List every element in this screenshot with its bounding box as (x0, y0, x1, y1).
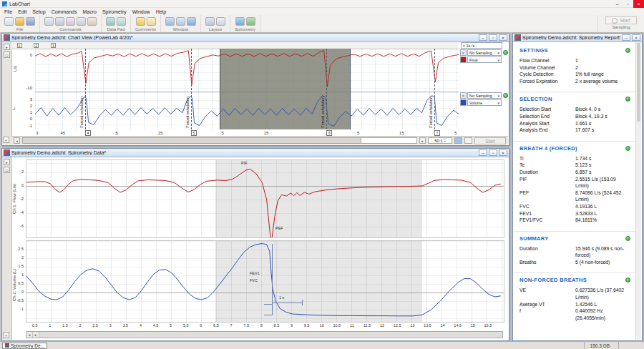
scroll-left-icon[interactable]: ◂ (26, 332, 33, 338)
horizontal-scrollbar[interactable] (22, 137, 417, 144)
axis-tick-label: 5 (170, 323, 172, 328)
channel-status-icon[interactable] (503, 93, 508, 98)
document-icon (4, 149, 10, 156)
menu-edit[interactable]: Edit (15, 9, 29, 14)
spirometry-flow-icon[interactable] (235, 17, 245, 26)
spirometry-report-icon[interactable] (246, 17, 255, 26)
open-file-icon[interactable] (15, 17, 24, 26)
block-marker[interactable]: 7 (434, 130, 440, 136)
scrollbar-thumb[interactable] (23, 138, 361, 143)
comment-marker[interactable]: 1 (17, 43, 22, 48)
zoom-out-icon[interactable] (464, 137, 472, 144)
close-icon[interactable]: × (499, 149, 507, 156)
report-row-value: 5.123 s (575, 162, 630, 169)
channel-name-dropdown[interactable]: Volume▾ (467, 99, 502, 106)
datapad-icon[interactable] (106, 17, 115, 26)
add-panel-icon[interactable]: + (3, 332, 9, 338)
add-comment-icon[interactable] (136, 17, 145, 26)
volume-data-panel[interactable]: FEV1 FVC 1 s (26, 240, 504, 323)
chart-start-button[interactable]: Start (474, 137, 506, 144)
sampling-dropdown[interactable]: No Sampling▾ (467, 92, 502, 99)
block-marker[interactable]: 6 (326, 130, 332, 136)
comment-marker[interactable]: 3 (51, 43, 56, 48)
title-bar[interactable]: LabChart – ▫ × (0, 0, 644, 8)
axis-tick-label: 1.5 (62, 323, 68, 328)
axis-tick-label: 0.5 (18, 281, 24, 285)
layout-icon[interactable] (205, 17, 215, 26)
section-status-icon[interactable] (625, 277, 630, 282)
marker-icon[interactable] (87, 17, 97, 26)
menu-file[interactable]: File (1, 9, 15, 14)
add-to-datapad-icon[interactable] (44, 17, 54, 26)
section-status-icon[interactable] (625, 97, 630, 102)
horizontal-scrollbar[interactable]: ◂ ▸ (26, 331, 503, 338)
flow-data-panel[interactable]: PIF PEF (26, 159, 504, 238)
section-status-icon[interactable] (625, 236, 630, 241)
channel-menu-icon[interactable]: ≡ (460, 49, 467, 56)
scroll-left-icon[interactable]: ◂ (14, 137, 20, 144)
menu-help[interactable]: Help (153, 9, 169, 14)
scrollbar-thumb[interactable] (637, 43, 640, 122)
report-section-heading: SETTINGS (519, 47, 548, 54)
datapad-view-icon[interactable] (117, 17, 126, 26)
comments-window-icon[interactable] (147, 17, 156, 26)
report-title-bar[interactable]: Spirometry Demo.adicht: Spirometry Repor… (513, 34, 642, 42)
minimize-button[interactable]: – (622, 34, 630, 41)
minimize-button[interactable]: – (479, 34, 487, 41)
sample-rate-dropdown[interactable]: ▾ 1k /s (461, 42, 502, 49)
chart-view-plot-area[interactable]: Forced exhalationForced exhalationForced… (35, 49, 459, 129)
scroll-right-icon[interactable]: ▸ (419, 137, 426, 144)
report-row-label: Selection Start (519, 106, 575, 113)
find-icon[interactable] (55, 17, 64, 26)
macro-icon[interactable] (66, 17, 75, 26)
zoom-in-icon[interactable] (454, 137, 462, 144)
new-window-icon[interactable] (187, 17, 196, 26)
sampling-dropdown[interactable]: No Sampling▾ (467, 49, 502, 56)
settings-icon[interactable] (77, 17, 86, 26)
minimize-button[interactable]: – (479, 149, 487, 156)
tile-windows-icon[interactable] (165, 17, 175, 26)
data-window-title-bar[interactable]: Spirometry Demo.adicht: Spirometry Data*… (2, 149, 509, 157)
chart-view-title-bar[interactable]: Spirometry Demo.adicht: Chart View (Powe… (2, 34, 509, 42)
save-file-icon[interactable] (26, 17, 35, 26)
block-marker[interactable]: 5 (191, 130, 197, 136)
document-icon (514, 34, 521, 41)
spin-down-icon[interactable]: ▾ (444, 141, 446, 144)
maximize-button[interactable]: ▫ (489, 34, 497, 41)
sampling-start-button[interactable]: Start (605, 16, 637, 24)
channel-status-icon[interactable] (503, 50, 508, 55)
maximize-button[interactable]: ▫ (489, 149, 497, 156)
zoom-tool-icon[interactable]: ▭ (4, 167, 10, 173)
vertical-scrollbar[interactable] (635, 42, 641, 340)
new-file-icon[interactable] (4, 17, 14, 26)
scrollbar-thumb[interactable] (39, 332, 502, 338)
menu-setup[interactable]: Setup (29, 9, 48, 14)
section-status-icon[interactable] (625, 48, 630, 53)
section-status-icon[interactable] (625, 146, 630, 151)
close-icon[interactable]: × (499, 34, 507, 41)
add-channel-icon[interactable]: + (3, 137, 9, 143)
channel-name-dropdown[interactable]: Flow▾ (467, 56, 502, 63)
zoom-tool-icon[interactable]: ▭ (4, 51, 10, 58)
scroll-right-icon[interactable]: ▸ (33, 332, 39, 338)
compression-ratio-dropdown[interactable]: 50:1 ▴ ▾ (428, 137, 452, 144)
block-marker[interactable]: 4 (85, 130, 91, 136)
selection-tool-icon[interactable]: ▸ (4, 44, 10, 50)
menu-window[interactable]: Window (130, 9, 153, 14)
cascade-windows-icon[interactable] (176, 17, 185, 26)
minimize-button[interactable]: – (612, 0, 623, 8)
channel-menu-icon[interactable]: ≡ (460, 92, 467, 99)
maximize-button[interactable]: ▫ (623, 0, 633, 8)
arrange-icon[interactable] (216, 17, 225, 26)
scrollbar-track[interactable] (39, 332, 502, 338)
menu-commands[interactable]: Commands (49, 9, 80, 14)
document-tab[interactable]: Spirometry De... (2, 343, 47, 349)
selection-tool-icon[interactable]: ▸ (4, 159, 10, 165)
menu-macro[interactable]: Macro (79, 9, 99, 14)
report-row: PIF2.5515 L/s (153.09 L/min) (519, 176, 630, 190)
comment-marker[interactable]: 2 (34, 43, 39, 48)
menu-spirometry[interactable]: Spirometry (99, 9, 130, 14)
axis-tick-label: 6 (200, 323, 202, 328)
close-button[interactable]: × (633, 0, 644, 8)
close-icon[interactable]: × (632, 34, 640, 41)
